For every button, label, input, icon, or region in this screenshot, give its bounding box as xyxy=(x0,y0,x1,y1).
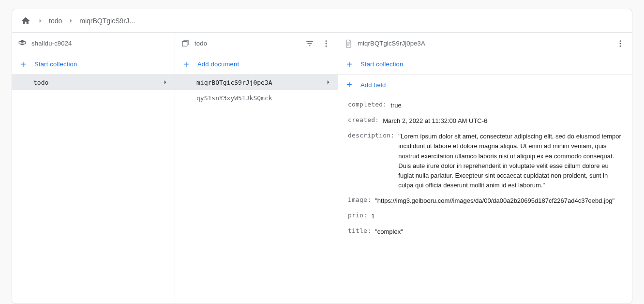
more-vert-icon[interactable] xyxy=(614,38,626,49)
column-header: miqrBQTgicS9rJj0pe3A xyxy=(338,33,632,54)
field-key: title: xyxy=(348,227,371,234)
field-key: completed: xyxy=(348,101,387,108)
field-key: description: xyxy=(348,132,394,139)
svg-point-4 xyxy=(620,43,621,44)
field-value: 1 xyxy=(371,212,374,221)
svg-point-0 xyxy=(326,40,327,42)
column-header: shalldu-c9024 xyxy=(12,33,175,54)
filter-icon[interactable] xyxy=(304,38,315,49)
plus-icon: + xyxy=(19,60,28,69)
document-icon xyxy=(344,39,353,48)
start-collection-button[interactable]: + Start collection xyxy=(12,54,175,75)
field-row[interactable]: created:March 2, 2022 at 11:32:00 AM UTC… xyxy=(338,113,632,129)
start-collection-button[interactable]: + Start collection xyxy=(338,54,632,75)
field-value: true xyxy=(390,101,401,110)
fields-list: completed:truecreated:March 2, 2022 at 1… xyxy=(338,95,632,304)
plus-icon: + xyxy=(345,60,354,69)
root-column: shalldu-c9024 + Start collection todo xyxy=(12,33,175,304)
svg-point-2 xyxy=(326,45,327,46)
home-icon[interactable] xyxy=(20,15,31,27)
svg-point-5 xyxy=(620,45,621,46)
collection-row-label: todo xyxy=(33,79,161,86)
database-icon xyxy=(18,39,27,48)
action-label: Start collection xyxy=(34,61,77,68)
field-row[interactable]: prio:1 xyxy=(338,209,632,224)
field-value: "https://img3.gelbooru.com//images/da/00… xyxy=(375,196,614,206)
breadcrumb-document[interactable]: miqrBQTgicS9rJ… xyxy=(79,17,136,25)
field-row[interactable]: description:"Lorem ipsum dolor sit amet,… xyxy=(338,129,632,193)
breadcrumb-collection[interactable]: todo xyxy=(49,17,62,25)
document-row-label: miqrBQTgicS9rJj0pe3A xyxy=(196,79,324,86)
collection-column: todo + Add document miqrBQTgicS9rJj0pe3A… xyxy=(175,33,338,304)
action-label: Add field xyxy=(360,81,386,89)
collection-row[interactable]: todo xyxy=(12,75,175,90)
chevron-right-icon xyxy=(36,17,44,25)
more-vert-icon[interactable] xyxy=(320,38,332,49)
add-document-button[interactable]: + Add document xyxy=(175,54,338,75)
chevron-right-icon xyxy=(324,78,332,86)
chevron-right-icon xyxy=(67,17,75,25)
field-row[interactable]: completed:true xyxy=(338,98,632,113)
action-label: Add document xyxy=(197,61,239,68)
document-column: miqrBQTgicS9rJj0pe3A + Start collection … xyxy=(338,33,632,304)
action-label: Start collection xyxy=(360,61,403,68)
column-title: miqrBQTgicS9rJj0pe3A xyxy=(358,40,610,47)
column-title: shalldu-c9024 xyxy=(31,40,169,47)
column-header: todo xyxy=(175,33,338,54)
plus-icon: + xyxy=(345,80,354,90)
field-row[interactable]: image:"https://img3.gelbooru.com//images… xyxy=(338,193,632,209)
chevron-right-icon xyxy=(161,78,169,86)
breadcrumb: todo miqrBQTgicS9rJ… xyxy=(12,9,632,32)
plus-icon: + xyxy=(182,60,191,69)
document-row-label: qyS1snY3xyW51JkSQmck xyxy=(196,94,332,102)
svg-point-3 xyxy=(620,40,621,42)
collections-list: todo xyxy=(12,75,175,304)
field-key: prio: xyxy=(348,212,367,219)
document-row[interactable]: qyS1snY3xyW51JkSQmck xyxy=(175,90,338,106)
svg-point-1 xyxy=(326,43,327,44)
firestore-panel: todo miqrBQTgicS9rJ… shalldu-c9024 + Sta… xyxy=(12,9,632,304)
collection-icon xyxy=(181,39,190,48)
field-value: "complex" xyxy=(375,227,403,237)
documents-list: miqrBQTgicS9rJj0pe3AqyS1snY3xyW51JkSQmck xyxy=(175,75,338,304)
field-key: image: xyxy=(348,196,371,203)
field-row[interactable]: title:"complex" xyxy=(338,224,632,240)
column-title: todo xyxy=(195,40,299,47)
document-row[interactable]: miqrBQTgicS9rJj0pe3A xyxy=(175,75,338,90)
field-value: March 2, 2022 at 11:32:00 AM UTC-6 xyxy=(383,116,487,126)
field-value: "Lorem ipsum dolor sit amet, consectetur… xyxy=(398,132,624,190)
add-field-button[interactable]: + Add field xyxy=(338,75,632,95)
field-key: created: xyxy=(348,116,379,123)
